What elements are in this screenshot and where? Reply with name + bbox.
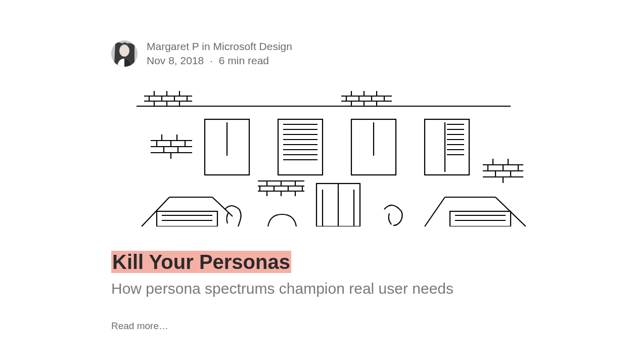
article-subtitle: How persona spectrums champion real user… [111,279,523,298]
byline-in: in [202,40,210,52]
byline-meta: Nov 8, 2018 · 6 min read [147,55,292,67]
svg-rect-97 [450,211,511,226]
svg-rect-29 [278,119,323,175]
byline-top: Margaret P in Microsoft Design [147,40,292,53]
publish-date: Nov 8, 2018 [147,55,204,66]
avatar[interactable] [111,40,138,67]
hero-illustration [111,85,526,226]
title-wrap: Kill Your Personas [111,250,523,274]
byline: Margaret P in Microsoft Design Nov 8, 20… [111,40,523,67]
article-title[interactable]: Kill Your Personas [111,251,291,273]
svg-point-1 [119,44,129,57]
byline-text: Margaret P in Microsoft Design Nov 8, 20… [147,40,292,67]
svg-rect-91 [157,211,217,226]
meta-separator: · [210,55,213,66]
svg-line-90 [212,197,233,216]
svg-rect-40 [425,119,469,175]
svg-line-94 [425,197,445,226]
article-card: Margaret P in Microsoft Design Nov 8, 20… [0,0,634,364]
read-time: 6 min read [219,55,269,66]
author-link[interactable]: Margaret P [147,40,199,52]
read-more-link[interactable]: Read more… [111,321,168,332]
publication-link[interactable]: Microsoft Design [213,40,292,52]
